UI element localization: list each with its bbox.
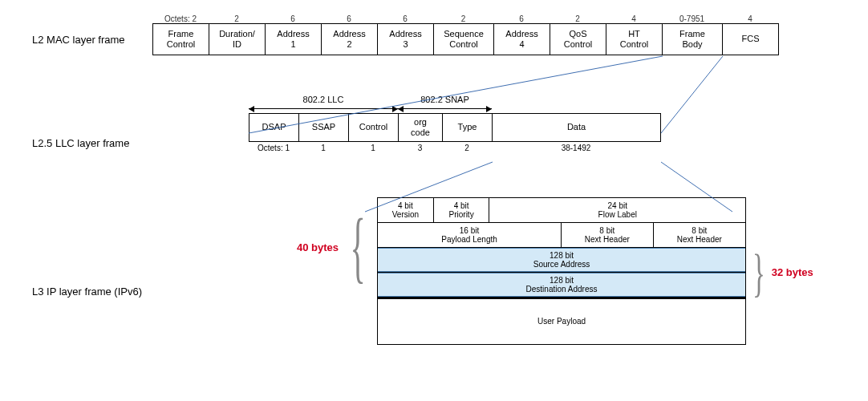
- l25-row: DSAPSSAPControlorgcodeTypeData: [249, 113, 836, 142]
- ipv6-cell-2-0: 128 bitSource Address: [378, 248, 745, 272]
- l3-label: L3 IP layer frame (IPv6): [32, 245, 297, 298]
- l2-field-2: Address1: [265, 23, 321, 55]
- l2-octet-5: 2: [433, 14, 493, 23]
- ipv6-user-payload: User Payload: [378, 299, 745, 344]
- l2-octet-row: Octets: 2266626240-79514: [152, 14, 836, 23]
- l2-row: L2 MAC layer frame FrameControlDuration/…: [32, 23, 836, 55]
- llc-octet-1: 1: [298, 144, 348, 152]
- ipv6-user-payload-row: User Payload: [378, 298, 745, 344]
- llc-field-4: Type: [442, 113, 492, 142]
- brace-40bytes-label: 40 bytes: [297, 241, 339, 253]
- llc-field-3: orgcode: [398, 113, 442, 142]
- ipv6-row-1: 16 bitPayload Length8 bitNext Header8 bi…: [378, 223, 745, 248]
- brace-right-icon: }: [752, 262, 765, 283]
- ipv6-cell-0-1: 4 bitPriority: [434, 198, 490, 222]
- llc-span2-arrow: [398, 108, 492, 109]
- ipv6-table: 4 bitVersion4 bitPriority24 bitFlow Labe…: [377, 197, 746, 345]
- l2-frame: FrameControlDuration/IDAddress1Address2A…: [152, 23, 779, 55]
- brace-32bytes-label: 32 bytes: [772, 266, 813, 278]
- llc-span1-arrow: [249, 108, 398, 109]
- l2-octet-7: 2: [550, 14, 606, 23]
- llc-octet-0: Octets: 1: [249, 144, 298, 152]
- llc-field-2: Control: [348, 113, 398, 142]
- l2-field-1: Duration/ID: [209, 23, 265, 55]
- l2-field-6: Address4: [493, 23, 550, 55]
- l2-field-10: FCS: [722, 23, 778, 55]
- llc-octet-4: 2: [442, 144, 492, 152]
- l2-octet-4: 6: [377, 14, 433, 23]
- l2-octet-8: 4: [606, 14, 662, 23]
- l2-octet-6: 6: [493, 14, 550, 23]
- l2-octet-1: 2: [209, 14, 265, 23]
- ipv6-cell-1-0: 16 bitPayload Length: [378, 223, 562, 247]
- llc-octet-3: 3: [398, 144, 442, 152]
- l2-octet-0: Octets: 2: [152, 14, 209, 23]
- llc-frame: DSAPSSAPControlorgcodeTypeData: [249, 113, 661, 142]
- l2-octet-9: 0-7951: [662, 14, 722, 23]
- llc-field-5: Data: [492, 113, 660, 142]
- llc-field-1: SSAP: [298, 113, 348, 142]
- l2-field-3: Address2: [321, 23, 377, 55]
- l2-octet-10: 4: [722, 14, 778, 23]
- llc-span2-label: 802.2 SNAP: [398, 95, 492, 104]
- l2-octet-3: 6: [321, 14, 377, 23]
- ipv6-cell-1-1: 8 bitNext Header: [562, 223, 654, 247]
- l2-field-8: HTControl: [606, 23, 662, 55]
- llc-span-labels: 802.2 LLC 802.2 SNAP: [249, 95, 836, 113]
- llc-octet-5: 38-1492: [492, 144, 660, 152]
- llc-wrapper: 802.2 LLC 802.2 SNAP DSAPSSAPControlorgc…: [249, 95, 836, 152]
- l2-field-5: SequenceControl: [433, 23, 493, 55]
- ipv6-row-3: 128 bitDestination Address: [378, 273, 745, 298]
- ipv6-cell-1-2: 8 bitNext Header: [654, 223, 746, 247]
- ipv6-cell-0-2: 24 bitFlow Label: [489, 198, 745, 222]
- ipv6-row-2: 128 bitSource Address: [378, 248, 745, 273]
- brace-left-icon: {: [350, 231, 365, 263]
- llc-octet-2: 1: [348, 144, 398, 152]
- l2-label: L2 MAC layer frame: [32, 34, 152, 46]
- ipv6-cell-0-0: 4 bitVersion: [378, 198, 434, 222]
- l2-octet-2: 6: [265, 14, 321, 23]
- l2-field-7: QoSControl: [550, 23, 606, 55]
- l2-field-0: FrameControl: [152, 23, 209, 55]
- llc-field-0: DSAP: [249, 113, 298, 142]
- l2-field-4: Address3: [377, 23, 433, 55]
- ipv6-wrapper: L3 IP layer frame (IPv6) 40 bytes { 4 bi…: [32, 197, 836, 345]
- llc-span1-label: 802.2 LLC: [249, 95, 398, 104]
- ipv6-cell-3-0: 128 bitDestination Address: [378, 273, 745, 297]
- l2-field-9: FrameBody: [662, 23, 722, 55]
- l25-label: L2.5 LLC layer frame: [32, 137, 152, 149]
- ipv6-row-0: 4 bitVersion4 bitPriority24 bitFlow Labe…: [378, 198, 745, 223]
- llc-octet-row: Octets: 1113238-1492: [249, 144, 836, 152]
